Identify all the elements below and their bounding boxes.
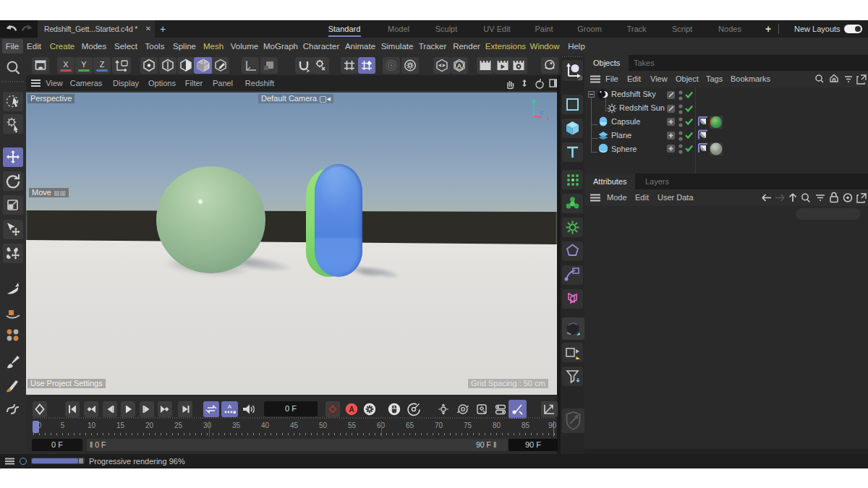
svg-text:x: x	[547, 115, 550, 121]
svg-text:A: A	[349, 405, 354, 414]
svg-text:Y: Y	[81, 60, 87, 69]
svg-text:-z: -z	[538, 109, 543, 116]
svg-text:A: A	[228, 403, 232, 410]
svg-text:X: X	[63, 60, 69, 69]
svg-text:Z: Z	[100, 60, 105, 69]
svg-text:A: A	[457, 62, 462, 69]
